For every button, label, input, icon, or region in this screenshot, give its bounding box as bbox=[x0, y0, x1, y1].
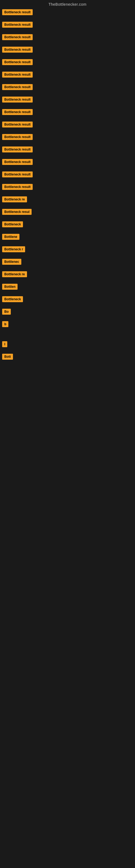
bottleneck-badge[interactable]: Bottleneck result bbox=[2, 72, 33, 78]
bottleneck-row: Bottleneck result bbox=[0, 182, 135, 195]
bottleneck-row: Bottleneck result bbox=[0, 8, 135, 20]
bottleneck-badge[interactable]: Bottleneck result bbox=[2, 9, 33, 15]
bottleneck-badge[interactable]: Bottleneck r bbox=[2, 246, 25, 252]
bottleneck-row: Bottleneck result bbox=[0, 83, 135, 95]
bottleneck-badge[interactable]: Bottleneck result bbox=[2, 147, 33, 152]
bottleneck-badge[interactable]: b bbox=[2, 321, 8, 327]
bottleneck-badge[interactable]: Bottleneck result bbox=[2, 34, 33, 40]
bottleneck-badge[interactable]: Bottleneck result bbox=[2, 134, 33, 140]
site-title: TheBottlenecker.com bbox=[0, 0, 135, 8]
bottleneck-row: Bottleneck result bbox=[0, 95, 135, 107]
site-title-container: TheBottlenecker.com bbox=[0, 0, 135, 8]
bottleneck-badge[interactable]: Bottleneck result bbox=[2, 97, 33, 102]
bottleneck-row: Bottleneck result bbox=[0, 120, 135, 132]
bottleneck-row: Bottleneck result bbox=[0, 170, 135, 182]
bottleneck-row: Bottleneck result bbox=[0, 58, 135, 70]
bottleneck-row: Bottleneck result bbox=[0, 45, 135, 58]
bottleneck-badge[interactable]: Bottleneck re bbox=[2, 196, 27, 203]
bottleneck-badge[interactable]: Bottleneck result bbox=[2, 159, 33, 165]
bottleneck-badge[interactable]: Bottleneck result bbox=[2, 46, 33, 53]
bottleneck-row: Bottleneck result bbox=[0, 70, 135, 83]
bottleneck-row: Bottlen bbox=[0, 282, 135, 294]
bottleneck-row: Bottleneck bbox=[0, 294, 135, 307]
bottleneck-badge[interactable]: Bottleneck result bbox=[2, 122, 33, 127]
bottleneck-row: Bottleneck result bbox=[0, 33, 135, 45]
bottleneck-badge[interactable]: Bottleneck result bbox=[2, 172, 33, 177]
bottleneck-row: Bottleneck r bbox=[0, 245, 135, 257]
bottleneck-badge[interactable]: Bottleneck resul bbox=[2, 209, 32, 215]
bottleneck-row: Bottleneck result bbox=[0, 132, 135, 145]
bottleneck-badge[interactable]: Bottleneck re bbox=[2, 271, 27, 277]
rows-container: Bottleneck resultBottleneck resultBottle… bbox=[0, 8, 135, 365]
bottleneck-badge[interactable]: Bo bbox=[2, 309, 11, 315]
bottleneck-row: Bottlene bbox=[0, 232, 135, 245]
bottleneck-row: Bottleneck bbox=[0, 220, 135, 232]
bottleneck-badge[interactable]: Bottlene bbox=[2, 234, 19, 240]
bottleneck-row: Bott bbox=[0, 352, 135, 365]
bottleneck-badge[interactable]: Bottlen bbox=[2, 284, 17, 290]
bottleneck-row: Bottleneck resul bbox=[0, 207, 135, 220]
bottleneck-row: Bo bbox=[0, 307, 135, 319]
bottleneck-badge[interactable]: I bbox=[2, 341, 7, 347]
bottleneck-badge[interactable]: Bottleneck result bbox=[2, 109, 33, 115]
bottleneck-row: I bbox=[0, 340, 135, 352]
bottleneck-row bbox=[0, 332, 135, 340]
bottleneck-badge[interactable]: Bottleneck result bbox=[2, 22, 33, 28]
bottleneck-row: b bbox=[0, 319, 135, 332]
bottleneck-row: Bottleneck result bbox=[0, 145, 135, 157]
bottleneck-row: Bottlenec bbox=[0, 257, 135, 270]
bottleneck-row: Bottleneck result bbox=[0, 20, 135, 33]
bottleneck-badge[interactable]: Bottleneck result bbox=[2, 59, 33, 65]
bottleneck-row: Bottleneck re bbox=[0, 195, 135, 207]
bottleneck-row: Bottleneck result bbox=[0, 107, 135, 120]
bottleneck-badge[interactable]: Bottleneck result bbox=[2, 184, 33, 190]
bottleneck-badge[interactable]: Bott bbox=[2, 354, 13, 360]
bottleneck-badge[interactable]: Bottlenec bbox=[2, 259, 21, 265]
bottleneck-row: Bottleneck re bbox=[0, 270, 135, 282]
bottleneck-badge[interactable]: Bottleneck result bbox=[2, 84, 33, 90]
bottleneck-badge[interactable]: Bottleneck bbox=[2, 221, 23, 227]
bottleneck-row: Bottleneck result bbox=[0, 157, 135, 170]
bottleneck-badge[interactable]: Bottleneck bbox=[2, 296, 23, 302]
